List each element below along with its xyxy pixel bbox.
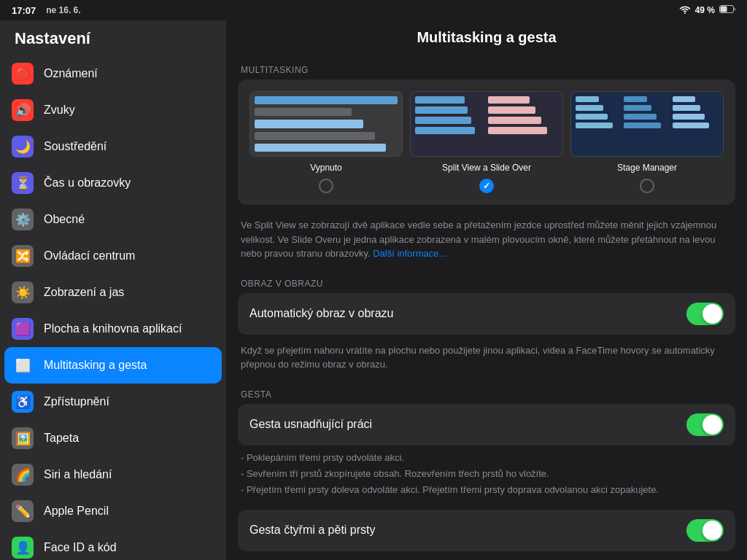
wifi-icon <box>679 5 691 16</box>
ms-card-radio-split-view[interactable] <box>479 179 494 193</box>
gesta-toggle-section-0: Gesta usnadňující práci <box>238 404 735 446</box>
ms-card-split-view[interactable]: Split View a Slide Over <box>410 91 563 193</box>
sidebar-item-ovladaci[interactable]: 🔀Ovládací centrum <box>0 238 226 274</box>
ms-card-label-split-view: Split View a Slide Over <box>442 163 531 173</box>
oznameni-icon: 🔴 <box>12 63 34 85</box>
sidebar-label-face-id: Face ID a kód <box>44 541 117 554</box>
sidebar-label-siri: Siri a hledání <box>44 468 112 481</box>
gesta-list: Gesta usnadňující práci- Poklepáním třem… <box>226 404 747 561</box>
ms-card-label-vypnuto: Vypnuto <box>310 163 342 173</box>
sidebar-item-apple-pencil[interactable]: ✏️Apple Pencil <box>0 493 226 529</box>
sidebar-label-ovladaci: Ovládací centrum <box>44 249 135 262</box>
obraz-description: Když se přejetím nahoru vrátíte na ploch… <box>226 338 747 382</box>
sidebar-label-oznameni: Oznámení <box>44 67 98 80</box>
gesta-label-0: Gesta usnadňující práci <box>249 418 372 431</box>
sidebar-item-obecne[interactable]: ⚙️Obecné <box>0 201 226 238</box>
ms-card-radio-vypnuto[interactable] <box>319 179 333 193</box>
ms-card-vypnuto[interactable]: Vypnuto <box>249 91 403 193</box>
more-info-link[interactable]: Další informace... <box>373 248 446 259</box>
sidebar-item-siri[interactable]: 🌈Siri a hledání <box>0 456 226 493</box>
sidebar-item-soustredeni[interactable]: 🌙Soustředění <box>0 128 226 165</box>
sidebar: Nastavení 🔴Oznámení🔊Zvuky🌙Soustředění⏳Ča… <box>0 20 226 560</box>
sidebar-label-zvuky: Zvuky <box>44 104 75 117</box>
obraz-toggle-label: Automatický obraz v obrazu <box>249 307 393 320</box>
obraz-toggle-row: Automatický obraz v obrazu <box>238 293 735 335</box>
gesta-item-1: Gesta čtyřmi a pěti prsty- Přejetím dole… <box>226 510 747 560</box>
multitasking-description: Ve Split View se zobrazují dvě aplikace … <box>226 212 747 271</box>
sidebar-item-cas[interactable]: ⏳Čas u obrazovky <box>0 165 226 201</box>
sidebar-item-zpristupneni[interactable]: ♿Zpřístupnění <box>0 384 226 420</box>
sidebar-item-face-id[interactable]: 👤Face ID a kód <box>0 529 226 560</box>
sidebar-list: 🔴Oznámení🔊Zvuky🌙Soustředění⏳Čas u obrazo… <box>0 55 226 560</box>
sidebar-item-multitasking[interactable]: ⬜Multitasking a gesta <box>4 347 222 384</box>
zvuky-icon: 🔊 <box>12 99 34 121</box>
ms-card-radio-stage-manager[interactable] <box>640 179 654 193</box>
sidebar-label-cas: Čas u obrazovky <box>44 176 131 190</box>
sidebar-label-zobrazeni: Zobrazení a jas <box>44 286 124 299</box>
sidebar-label-plocha: Plocha a knihovna aplikací <box>44 322 182 335</box>
sidebar-label-multitasking: Multitasking a gesta <box>44 359 147 372</box>
status-bar: 17:07 ne 16. 6. 49 % <box>0 0 747 20</box>
gesta-toggle-1[interactable] <box>686 519 724 542</box>
obraz-toggle[interactable] <box>686 303 724 325</box>
face-id-icon: 👤 <box>12 537 34 559</box>
ms-card-image-stage-manager <box>570 91 724 157</box>
obraz-toggle-section: Automatický obraz v obrazu <box>238 293 735 335</box>
plocha-icon: 🟪 <box>12 318 34 340</box>
sidebar-item-tapeta[interactable]: 🖼️Tapeta <box>0 420 226 456</box>
gesta-toggle-0[interactable] <box>686 413 724 436</box>
cas-icon: ⏳ <box>12 172 34 194</box>
time: 17:07 <box>12 5 36 16</box>
date: ne 16. 6. <box>46 5 80 15</box>
status-icons: 49 % <box>679 5 735 16</box>
multitasking-icon: ⬜ <box>12 354 34 376</box>
gesta-toggle-row-0: Gesta usnadňující práci <box>238 404 735 446</box>
gesta-item-0: Gesta usnadňující práci- Poklepáním třem… <box>226 404 747 507</box>
sidebar-item-zvuky[interactable]: 🔊Zvuky <box>0 92 226 128</box>
sidebar-label-obecne: Obecné <box>44 213 85 226</box>
gesta-toggle-section-1: Gesta čtyřmi a pěti prsty <box>238 510 735 551</box>
soustredeni-icon: 🌙 <box>12 136 34 158</box>
multitasking-cards: VypnutoSplit View a Slide OverStage Mana… <box>238 79 735 205</box>
siri-icon: 🌈 <box>12 464 34 486</box>
main-layout: Nastavení 🔴Oznámení🔊Zvuky🌙Soustředění⏳Ča… <box>0 20 747 560</box>
gesta-toggle-row-1: Gesta čtyřmi a pěti prsty <box>238 510 735 551</box>
ovladaci-icon: 🔀 <box>12 245 34 267</box>
zobrazeni-icon: ☀️ <box>12 281 34 303</box>
content-area: Multitasking a gesta MULTITASKING Vypnut… <box>226 20 747 560</box>
zpristupneni-icon: ♿ <box>12 391 34 413</box>
sidebar-label-soustredeni: Soustředění <box>44 140 107 153</box>
multitasking-section-label: MULTITASKING <box>226 58 747 79</box>
gesta-section-label: GESTA <box>226 382 747 404</box>
ms-card-image-vypnuto <box>249 91 403 157</box>
sidebar-label-apple-pencil: Apple Pencil <box>44 505 109 518</box>
sidebar-item-plocha[interactable]: 🟪Plocha a knihovna aplikací <box>0 311 226 347</box>
ms-card-stage-manager[interactable]: Stage Manager <box>570 91 724 193</box>
sidebar-label-tapeta: Tapeta <box>44 432 79 445</box>
sidebar-label-zpristupneni: Zpřístupnění <box>44 395 109 408</box>
obecne-icon: ⚙️ <box>12 209 34 230</box>
apple-pencil-icon: ✏️ <box>12 500 34 522</box>
page-title: Multitasking a gesta <box>226 20 747 58</box>
ms-card-image-split-view <box>410 91 563 157</box>
tapeta-icon: 🖼️ <box>12 427 34 449</box>
obraz-section-label: OBRAZ V OBRAZU <box>226 271 747 293</box>
svg-point-0 <box>684 12 686 14</box>
sidebar-item-oznameni[interactable]: 🔴Oznámení <box>0 55 226 92</box>
battery-icon <box>719 5 735 15</box>
gesta-label-1: Gesta čtyřmi a pěti prsty <box>249 524 376 537</box>
battery-label: 49 % <box>695 5 715 15</box>
svg-rect-2 <box>721 7 727 12</box>
sidebar-title: Nastavení <box>0 20 226 55</box>
sidebar-item-zobrazeni[interactable]: ☀️Zobrazení a jas <box>0 274 226 311</box>
gesta-bullets-0: - Poklepáním třemi prsty odvoláte akci.-… <box>226 446 747 507</box>
gesta-bullets-1: - Přejetím doleva nebo doprava čtyřmi ne… <box>226 551 747 560</box>
ms-card-label-stage-manager: Stage Manager <box>617 163 677 173</box>
